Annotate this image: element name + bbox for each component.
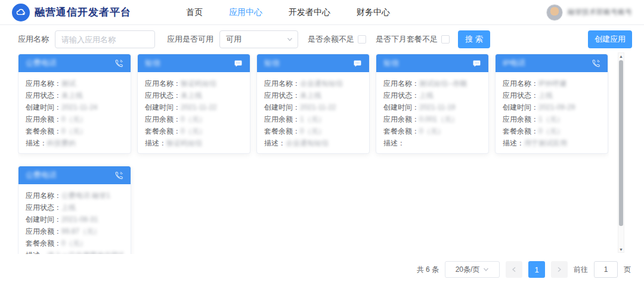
card-field: 应用余额：1（元） <box>503 113 600 125</box>
brand-logo <box>12 4 30 21</box>
field-label: 应用名称： <box>383 78 419 89</box>
app-name-input[interactable] <box>55 30 155 48</box>
nav-app-center[interactable]: 应用中心 <box>229 7 262 18</box>
field-value: 0（元） <box>61 125 87 137</box>
field-value: 2021-11-22 <box>181 101 217 113</box>
prev-page-button[interactable] <box>506 261 522 278</box>
goto-label: 前往 <box>574 265 588 275</box>
field-value: 上线 <box>538 89 553 101</box>
field-label: 描述： <box>383 137 405 149</box>
field-label: 应用余额： <box>383 113 419 125</box>
card-field: 创建时间：2021-11-22 <box>264 101 362 113</box>
user-name: 融管技术部账号账号 <box>568 7 632 17</box>
field-label: 套餐余额： <box>26 125 61 137</box>
field-label: 应用余额： <box>264 113 300 125</box>
nav-finance-center[interactable]: 财务中心 <box>357 7 390 18</box>
card-field: 描述：验证码短信 <box>145 137 243 149</box>
field-value: 验证码短信 <box>166 137 202 149</box>
card-field: 应用余额：0（元） <box>26 113 123 125</box>
total-count: 共 6 条 <box>417 265 439 275</box>
app-card-title: 短信 <box>264 58 352 69</box>
app-card[interactable]: 短信 应用名称：验证码短信应用状态：未上线创建时间：2021-11-22应用余额… <box>137 54 250 154</box>
phone-call-icon <box>591 58 600 68</box>
card-field: 描述： <box>383 137 481 149</box>
page-suffix: 页 <box>624 265 631 275</box>
current-page-button[interactable]: 1 <box>528 261 545 278</box>
card-field: 应用余额：99.87（元） <box>26 225 123 237</box>
field-value: 99.87（元） <box>61 225 101 237</box>
nav-home[interactable]: 首页 <box>186 7 203 18</box>
app-card[interactable]: 公费电话 应用名称：公费电话 融管1应用状态：上线创建时间：2021-08-31… <box>18 166 131 254</box>
app-card[interactable]: 短信 应用名称：企业通知短信应用状态：未上线创建时间：2021-11-22应用余… <box>256 54 370 154</box>
card-field: 套餐余额：0（元） <box>503 125 600 137</box>
field-label: 创建时间： <box>503 101 538 113</box>
field-value: 企业通知短信 <box>286 137 329 149</box>
card-field: 套餐余额：0（元） <box>383 125 481 137</box>
app-card-header: 短信 <box>257 54 369 72</box>
field-value: 2021-11-24 <box>61 101 98 113</box>
field-value: 1（元） <box>300 113 326 125</box>
nav-developer-center[interactable]: 开发者中心 <box>289 7 330 18</box>
field-label: 描述： <box>26 137 47 149</box>
low-package-checkbox[interactable] <box>441 35 450 44</box>
app-card[interactable]: 公费电话 应用名称：测试应用状态：未上线创建时间：2021-11-24应用余额：… <box>18 54 131 154</box>
field-label: 创建时间： <box>26 213 61 225</box>
app-card-header: 短信 <box>376 54 488 72</box>
user-avatar[interactable] <box>546 4 563 21</box>
card-field: 创建时间：2021-11-22 <box>145 101 243 113</box>
create-app-button[interactable]: 创建应用 <box>588 30 632 48</box>
availability-select[interactable]: 可用 <box>219 30 298 48</box>
app-card-title: 短信 <box>383 58 472 69</box>
page-size-value: 20条/页 <box>456 265 480 275</box>
card-field: 应用名称：测试短信--存额 <box>383 78 481 89</box>
pagination: 共 6 条 20条/页 1 前往 页 <box>417 261 631 278</box>
scroll-down-arrow-icon[interactable]: ▼ <box>618 246 624 252</box>
field-value: 0（元） <box>538 125 564 137</box>
brand-title: 融营通信开发者平台 <box>35 5 131 19</box>
low-balance-checkbox[interactable] <box>358 35 366 44</box>
search-button[interactable]: 搜 索 <box>458 30 490 48</box>
page-size-select[interactable]: 20条/页 <box>445 261 500 278</box>
message-icon <box>233 58 243 68</box>
app-card-body: 应用名称：公费电话 融管1应用状态：上线创建时间：2021-08-31应用余额：… <box>18 184 131 254</box>
app-card[interactable]: IP电话 应用名称：IP外呼建应用状态：上线创建时间：2021-09-29应用余… <box>495 54 608 154</box>
field-value: 验证码短信 <box>181 78 216 89</box>
field-value: 未上线 <box>300 89 321 101</box>
field-label: 应用名称： <box>503 78 538 89</box>
vertical-scrollbar[interactable]: ▲ ▼ <box>618 52 624 253</box>
app-card[interactable]: 短信 应用名称：测试短信--存额应用状态：上线创建时间：2021-11-19应用… <box>376 54 489 154</box>
app-card-title: IP电话 <box>503 58 591 69</box>
field-label: 描述： <box>145 137 166 149</box>
field-label: 应用名称： <box>26 78 61 89</box>
scroll-up-arrow-icon[interactable]: ▲ <box>618 53 624 59</box>
cards-grid: 公费电话 应用名称：测试应用状态：未上线创建时间：2021-11-24应用余额：… <box>18 54 609 254</box>
field-label: 创建时间： <box>26 101 61 113</box>
app-card-header: 短信 <box>138 54 250 72</box>
app-card-header: IP电话 <box>496 54 608 72</box>
scrollbar-thumb[interactable] <box>619 60 623 226</box>
card-field: 应用余额：0（元） <box>145 113 243 125</box>
user-account[interactable]: 融管技术部账号账号 <box>546 4 632 21</box>
card-field: 应用状态：未上线 <box>26 89 123 101</box>
app-card-title: 公费电话 <box>26 58 114 69</box>
field-value: 0（元） <box>61 113 87 125</box>
card-field: 套餐余额：0（元） <box>26 125 123 137</box>
app-card-body: 应用名称：IP外呼建应用状态：上线创建时间：2021-09-29应用余额：1（元… <box>496 72 608 154</box>
card-field: 创建时间：2021-11-19 <box>383 101 481 113</box>
field-label: 描述： <box>26 249 47 254</box>
field-value: 2021-09-29 <box>538 101 575 113</box>
goto-page-input[interactable] <box>594 261 618 278</box>
field-label: 应用名称： <box>145 78 181 89</box>
next-page-button[interactable] <box>551 261 568 278</box>
field-value: 2021-11-22 <box>300 101 336 113</box>
field-label: 应用名称： <box>26 190 61 202</box>
app-name-label: 应用名称 <box>18 34 49 45</box>
app-card-body: 应用名称：测试短信--存额应用状态：上线创建时间：2021-11-19应用余额：… <box>376 72 488 154</box>
low-package-label: 是否下月套餐不足 <box>376 34 438 45</box>
field-value: 上线 <box>419 89 434 101</box>
card-field: 创建时间：2021-08-31 <box>26 213 123 225</box>
field-value: 公费电话 融管1 <box>61 190 110 202</box>
low-balance-label: 是否余额不足 <box>308 34 354 45</box>
card-field: 描述：科技费的 <box>26 137 123 149</box>
field-value: 2021-11-19 <box>419 101 456 113</box>
